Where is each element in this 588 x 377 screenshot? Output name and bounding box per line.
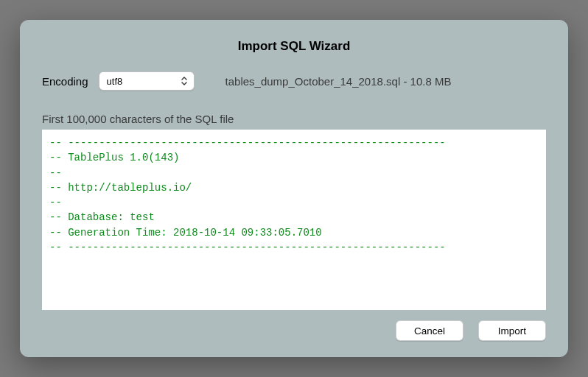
- encoding-select[interactable]: utf8: [99, 71, 195, 91]
- sql-preview: -- -------------------------------------…: [42, 130, 546, 310]
- updown-chevron-icon: [179, 75, 189, 87]
- import-button[interactable]: Import: [478, 320, 546, 341]
- encoding-select-value: utf8: [107, 76, 123, 87]
- encoding-row: Encoding utf8 tables_dump_October_14_201…: [42, 71, 546, 91]
- encoding-label: Encoding: [42, 75, 88, 88]
- dialog-title: Import SQL Wizard: [42, 39, 546, 54]
- preview-label: First 100,000 characters of the SQL file: [42, 113, 546, 125]
- file-size: 10.8 MB: [410, 75, 452, 88]
- button-row: Cancel Import: [42, 320, 546, 341]
- file-info-text: tables_dump_October_14_2018.sql - 10.8 M…: [225, 75, 452, 88]
- file-name: tables_dump_October_14_2018.sql: [225, 75, 401, 88]
- cancel-button[interactable]: Cancel: [396, 320, 463, 341]
- import-sql-wizard-dialog: Import SQL Wizard Encoding utf8 tables_d…: [20, 20, 568, 357]
